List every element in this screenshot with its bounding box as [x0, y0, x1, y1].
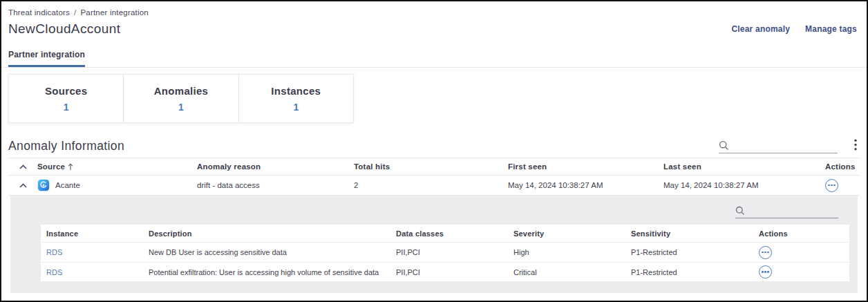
instance-search-input[interactable]	[748, 205, 838, 216]
column-header-data-classes[interactable]: Data classes	[390, 229, 508, 238]
acante-logo-icon	[37, 179, 50, 191]
column-header-description[interactable]: Description	[143, 229, 390, 238]
instance-search	[735, 202, 838, 218]
column-header-first-seen[interactable]: First seen	[508, 162, 663, 171]
collapse-all-button[interactable]	[8, 164, 37, 170]
breadcrumb-item-threat-indicators[interactable]: Threat indicators	[8, 8, 70, 17]
summary-card-instances: Instances 1	[238, 75, 353, 122]
anomaly-row: Acante drift - data access 2 May 14, 202…	[8, 176, 860, 196]
total-hits-cell: 2	[354, 181, 508, 189]
anomaly-reason-cell: drift - data access	[197, 181, 354, 189]
row-actions-button[interactable]	[825, 179, 838, 192]
source-name[interactable]: Acante	[55, 181, 80, 189]
anomaly-table: Source Anomaly reason Total hits First s…	[8, 158, 860, 196]
tab-label: Partner integration	[8, 50, 85, 59]
instance-row: RDS New DB User is accessing sensitive d…	[41, 243, 849, 262]
expanded-instances-panel: Instance Description Data classes Severi…	[10, 196, 858, 293]
tab-partner-integration[interactable]: Partner integration	[8, 50, 85, 67]
anomaly-search-input[interactable]	[733, 140, 838, 151]
section-title: Anomaly Information	[8, 139, 124, 153]
card-label: Sources	[45, 85, 87, 97]
description-cell: New DB User is accessing sensitive data	[143, 248, 390, 256]
sensitivity-cell: P1-Restricted	[625, 248, 753, 256]
card-value: 1	[64, 102, 69, 113]
sensitivity-cell: P1-Restricted	[625, 268, 753, 276]
instance-link[interactable]: RDS	[46, 248, 62, 256]
sort-ascending-icon	[68, 163, 73, 171]
data-classes-cell: PII,PCI	[390, 268, 508, 276]
column-header-instance[interactable]: Instance	[41, 229, 143, 238]
column-header-actions: Actions	[819, 162, 860, 171]
page-header: Threat indicators / Partner integration …	[1, 1, 867, 68]
card-label: Anomalies	[154, 85, 209, 97]
app-window: Threat indicators / Partner integration …	[0, 0, 868, 302]
chevron-up-icon	[19, 164, 28, 170]
severity-cell: High	[508, 248, 625, 256]
source-cell: Acante	[37, 179, 197, 191]
column-header-actions: Actions	[753, 229, 849, 238]
anomaly-table-header: Source Anomaly reason Total hits First s…	[8, 158, 860, 176]
kebab-menu-icon[interactable]	[851, 138, 860, 153]
last-seen-cell: May 14, 2024 10:38:27 AM	[663, 181, 819, 189]
summary-cards: Sources 1 Anomalies 1 Instances 1	[8, 74, 354, 123]
instance-table-header: Instance Description Data classes Severi…	[41, 225, 849, 243]
card-value: 1	[293, 102, 299, 113]
collapse-row-button[interactable]	[8, 182, 37, 189]
row-actions-button[interactable]	[759, 246, 772, 259]
column-header-last-seen[interactable]: Last seen	[663, 162, 819, 171]
search-icon	[735, 206, 745, 216]
column-header-anomaly-reason[interactable]: Anomaly reason	[197, 162, 354, 171]
instance-link[interactable]: RDS	[46, 268, 62, 276]
row-actions-button[interactable]	[759, 265, 772, 279]
clear-anomaly-button[interactable]: Clear anomaly	[731, 24, 790, 34]
anomaly-search	[719, 140, 838, 153]
column-header-source[interactable]: Source	[37, 162, 197, 171]
breadcrumb-item-partner-integration: Partner integration	[80, 8, 148, 17]
page-title: NewCloudAccount	[8, 21, 120, 37]
column-header-sensitivity[interactable]: Sensitivity	[625, 229, 753, 238]
breadcrumb: Threat indicators / Partner integration	[8, 7, 860, 17]
chevron-up-icon	[19, 182, 28, 189]
column-header-total-hits[interactable]: Total hits	[354, 162, 508, 171]
breadcrumb-separator: /	[74, 8, 76, 17]
severity-cell: Critical	[508, 268, 625, 276]
search-icon	[719, 140, 729, 151]
description-cell: Potential exfiltration: User is accessin…	[143, 268, 390, 276]
instance-row: RDS Potential exfiltration: User is acce…	[41, 262, 849, 281]
manage-tags-button[interactable]: Manage tags	[805, 24, 857, 34]
summary-card-sources: Sources 1	[9, 75, 123, 122]
summary-card-anomalies: Anomalies 1	[123, 75, 238, 122]
data-classes-cell: PII,PCI	[390, 248, 508, 256]
first-seen-cell: May 14, 2024 10:38:27 AM	[508, 181, 663, 189]
instance-table: Instance Description Data classes Severi…	[41, 225, 849, 281]
card-value: 1	[178, 102, 184, 113]
card-label: Instances	[271, 85, 321, 97]
column-header-severity[interactable]: Severity	[508, 229, 625, 238]
header-actions: Clear anomaly Manage tags	[731, 24, 860, 34]
tab-bar: Partner integration	[1, 48, 867, 68]
